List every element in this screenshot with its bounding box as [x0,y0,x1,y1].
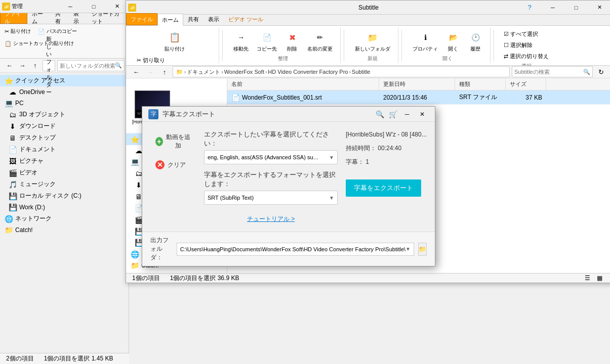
move-btn[interactable]: → 移動先 [230,29,252,54]
pc-icon: 💻 [4,99,13,107]
window2-address-bar[interactable]: 📁 › ドキュメント › WonderFox Soft › HD Video C… [173,66,510,77]
music-icon: 🎵 [8,180,17,189]
w2-quick-icon: ⭐ [130,135,139,144]
subtitle-export-dialog[interactable]: 字 字幕エクスポート 🔍 🛒 ─ ✕ + 動画を追加 ✕ クリア [142,106,435,266]
props-btn[interactable]: ℹ プロパティ [409,29,441,54]
rename-btn[interactable]: ✏ 名前の変更 [304,29,336,54]
sidebar-item-pictures[interactable]: 🖼 ピクチャ [0,155,129,167]
window1-maximize-btn[interactable]: □ [82,0,105,14]
refresh-btn[interactable]: ↻ [595,66,607,78]
back-btn[interactable]: ← [4,60,15,72]
up-btn[interactable]: ↑ [30,60,40,72]
new-folder-btn[interactable]: 📁 新しいフォルダ [351,29,394,54]
local-disk-icon: 💾 [8,192,17,200]
format-select-dropdown[interactable]: SRT (SubRip Text) ▼ [204,191,338,205]
window1-tab-view[interactable]: 表示 [69,12,87,24]
sidebar-item-work[interactable]: 💾 Work (D:) [0,202,129,213]
dialog-close-btn[interactable]: ✕ [416,109,429,120]
delete-btn[interactable]: ✖ 削除 [281,29,303,54]
copy-to-btn[interactable]: 📄 コピー先 [253,29,280,54]
window2-close-btn[interactable]: ✕ [588,1,610,15]
pictures-icon: 🖼 [8,157,17,165]
window2-help-btn[interactable]: ? [518,1,541,15]
forward-btn[interactable]: → [17,60,27,72]
window2-tab-file[interactable]: ファイル [126,13,157,25]
dialog-actions: + 動画を追加 ✕ クリア [150,130,196,223]
file-type: SRT ファイル [455,93,506,102]
col-date[interactable]: 更新日時 [379,78,455,90]
window2-tab-share[interactable]: 共有 [183,13,204,25]
sidebar-item-music[interactable]: 🎵 ミュージック [0,178,129,190]
sidebar-item-videos[interactable]: 🎬 ビデオ [0,167,129,178]
window2-minimize-btn[interactable]: ─ [541,1,564,15]
window2-maximize-btn[interactable]: □ [564,1,588,15]
sidebar-item-label: ドキュメント [19,145,56,154]
dialog-title-bar: 字 字幕エクスポート 🔍 🛒 ─ ✕ [142,107,435,122]
sidebar-item-onedrive[interactable]: ☁ OneDrive [0,86,129,98]
view-details-btn[interactable]: ☰ [582,274,593,283]
breadcrumb-subtitle[interactable]: Subtitle [352,69,371,75]
window1-tab-share[interactable]: 共有 [51,12,69,24]
sidebar-item-local-disk[interactable]: 💾 ローカル ディスク (C:) [0,190,129,202]
new-label: 新規 [368,55,378,62]
sidebar-item-documents[interactable]: 📄 ドキュメント [0,144,129,155]
window1-tab-file[interactable]: ファイル [0,12,27,24]
window1-search-input[interactable] [60,63,115,69]
export-subtitle-btn[interactable]: 字幕をエクスポート [346,179,421,197]
window1-address-bar[interactable]: 新しいフォルダー [43,60,55,71]
sidebar-item-3d[interactable]: 🗂 3D オブジェクト [0,109,129,120]
w2-forward-btn[interactable]: → [144,66,156,78]
cut-btn2[interactable]: ✂ 切り取り [134,55,215,66]
window1-tab-home[interactable]: ホーム [27,12,50,24]
clear-btn[interactable]: ✕ クリア [150,157,196,172]
tutorial-link[interactable]: チュートリアル > [204,215,338,223]
open-btn[interactable]: 📂 開く [442,29,464,54]
output-path-select[interactable]: C:\Users\HuangPing\Documents\WonderFox S… [177,243,414,256]
sidebar-item-catch[interactable]: 📁 Catch! [0,224,129,236]
invert-select-btn[interactable]: ⇄ 選択の切り替え [501,51,551,62]
sidebar-item-quick-access[interactable]: ⭐ クイック アクセス [0,75,129,86]
window2-tab-view[interactable]: 表示 [204,13,224,25]
window2-tab-video-tools[interactable]: ビデオ ツール [224,13,268,25]
col-name[interactable]: 名前 [227,78,379,90]
paste-btn[interactable]: 📋 貼り付け [161,29,188,54]
sidebar-item-network[interactable]: 🌐 ネットワーク [0,213,129,224]
dialog-cart-icon[interactable]: 🛒 [387,109,398,120]
col-size[interactable]: サイズ [506,78,546,90]
dialog-minimize-btn[interactable]: ─ [400,109,414,120]
rename-icon: ✏ [313,30,327,44]
sidebar-item-downloads[interactable]: ⬇ ダウンロード [0,120,129,132]
work-icon: 💾 [8,203,17,211]
dialog-help-icon[interactable]: 🔍 [374,109,385,120]
select-all-btn[interactable]: ☑ すべて選択 [501,29,551,39]
add-video-btn[interactable]: + 動画を追加 [150,130,196,153]
window1-minimize-btn[interactable]: ─ [59,0,82,14]
w2-back-btn[interactable]: ← [130,66,142,78]
search-icon2: 🔍 [583,69,590,75]
sidebar-item-label: ローカル ディスク (C:) [19,192,82,200]
w2-up-btn[interactable]: ↑ [158,66,171,78]
window2-search-bar[interactable]: 🔍 [512,66,593,77]
copy-btn[interactable]: 📄 パスのコピー [35,26,79,36]
view-tiles-btn[interactable]: ▦ [594,274,605,283]
file-row-srt[interactable]: 📄 WonderFox_Subtitles_001.srt 2020/11/3 … [227,90,610,105]
breadcrumb-hd[interactable]: HD Video Converter Factory Pro [268,69,348,75]
col-type[interactable]: 種類 [455,78,506,90]
sidebar-item-label: OneDrive [19,88,45,96]
deselect-btn[interactable]: ☐ 選択解除 [501,40,551,51]
window1-selected-count: 1個の項目を選択 1.45 KB [44,354,113,363]
breadcrumb-documents[interactable]: ドキュメント [187,68,220,76]
cut-btn[interactable]: ✂ 貼り付け [2,26,33,36]
window2-search-input[interactable] [514,69,583,75]
window2-title-bar: 📁 Subtitle ? ─ □ ✕ [126,1,610,15]
sidebar-item-desktop[interactable]: 🖥 デスクトップ [0,132,129,144]
sidebar-item-pc[interactable]: 💻 PC [0,98,129,109]
subtitle-select-dropdown[interactable]: eng, English, ass(ASS (Advanced SSA) sub… [204,150,338,164]
window1-tab-shortcut[interactable]: ショートカット [87,12,129,24]
paste-shortcut-btn[interactable]: 📋 ショートカットの貼り付け [2,38,76,49]
window1-search-bar[interactable]: 🔍 [57,60,125,71]
breadcrumb-wonderfox[interactable]: WonderFox Soft [224,69,264,75]
history-btn[interactable]: 🕐 履歴 [465,29,486,54]
window2-tab-home[interactable]: ホーム [157,14,183,26]
browse-folder-btn[interactable]: 📁 [418,243,427,256]
